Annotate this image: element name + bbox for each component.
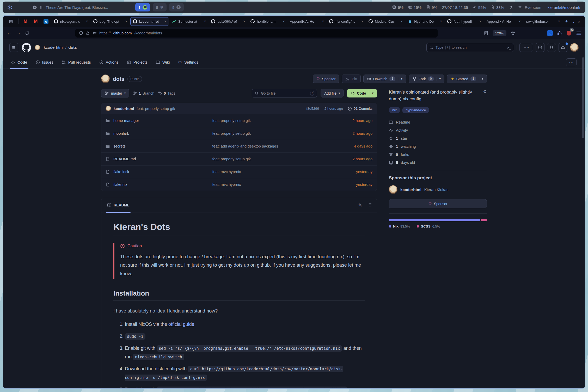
new-tab-button[interactable]: +	[565, 19, 568, 24]
file-commit-message[interactable]: feat: properly setup gtk	[212, 119, 339, 123]
file-commit-message[interactable]: feat: add agenix and desktop packages	[212, 144, 339, 148]
stars-link[interactable]: 1 star	[389, 136, 487, 140]
repo-nav-overflow-button[interactable]: ⋯	[566, 58, 577, 66]
close-icon[interactable]: ×	[519, 19, 521, 23]
outline-list-icon[interactable]	[367, 203, 372, 208]
tab-wiki[interactable]: Wiki	[153, 56, 173, 69]
breadcrumb-owner-link[interactable]: kcoderhtml	[44, 45, 64, 50]
code-dropdown-button[interactable]: Code ▾	[347, 89, 377, 97]
tab-library-button[interactable]	[6, 17, 16, 26]
commit-author[interactable]: kcoderhtml	[114, 107, 134, 111]
close-icon[interactable]: ×	[401, 19, 403, 23]
language-scss[interactable]: SCSS 6.5%	[417, 224, 440, 228]
file-name-link[interactable]: flake.lock	[113, 170, 129, 174]
close-icon[interactable]: ×	[440, 19, 442, 23]
close-icon[interactable]: ×	[204, 19, 206, 23]
workspace-1[interactable]: 1	[135, 3, 150, 11]
notifications-inbox-button[interactable]	[559, 43, 567, 52]
branches-link[interactable]: 1 Branch	[133, 91, 154, 95]
reload-button[interactable]	[25, 31, 29, 35]
zoom-level-button[interactable]: 120%	[493, 30, 506, 36]
tab-feat-hyperli[interactable]: feat: hyperli ×	[445, 17, 484, 26]
unwatch-button[interactable]: Unwatch 1 ▾	[363, 75, 406, 83]
url-bar[interactable]: https://github.com/kcoderhtml/dots	[75, 29, 438, 38]
file-row[interactable]: home-manager feat: properly setup gtk 2 …	[101, 114, 377, 127]
forward-button[interactable]: →	[16, 30, 21, 36]
activity-link[interactable]: Activity	[389, 128, 487, 132]
dnd-toggle[interactable]	[509, 5, 513, 9]
readme-link[interactable]: Readme	[389, 120, 487, 124]
pull-requests-nav-button[interactable]	[547, 43, 556, 52]
file-commit-message[interactable]: feat: properly setup gtk	[212, 157, 339, 161]
menu-hamburger-icon[interactable]	[576, 30, 581, 36]
file-name-link[interactable]: README.md	[113, 157, 136, 161]
branch-selector-button[interactable]: master ▾	[101, 89, 129, 97]
close-icon[interactable]: ×	[479, 19, 481, 23]
create-new-button[interactable]: + ▾	[519, 43, 533, 52]
tab-bug-the-opt[interactable]: bug: The opt ×	[91, 17, 130, 26]
official-guide-link[interactable]: official guide	[168, 322, 194, 327]
close-icon[interactable]: ×	[361, 19, 363, 23]
bookmark-star-icon[interactable]	[511, 31, 515, 35]
tab-kcoderhtml-dots-active[interactable]: kcoderhtml/d ×	[130, 17, 169, 26]
tab-horriblenam[interactable]: horriblenam ×	[248, 17, 287, 26]
reader-mode-icon[interactable]	[484, 31, 488, 35]
pencil-icon[interactable]: ✎	[358, 203, 362, 208]
user-avatar[interactable]	[570, 43, 579, 52]
language-nix[interactable]: Nix 93.5%	[389, 224, 410, 228]
global-search-input[interactable]: Type / to search >_	[426, 43, 514, 52]
file-commit-message[interactable]: feat: mvc hyprnix	[212, 182, 339, 187]
tab-pull-requests[interactable]: Pull requests	[59, 56, 94, 69]
issues-nav-button[interactable]	[536, 43, 544, 52]
tags-link[interactable]: 0 Tags	[158, 91, 175, 95]
file-commit-message[interactable]: feat: properly setup gtk	[212, 131, 339, 136]
readme-tab[interactable]: README	[106, 198, 131, 212]
commit-author-avatar[interactable]	[106, 106, 111, 111]
tab-raw-githubusercontent[interactable]: raw.githubuser ×	[524, 17, 562, 26]
clock-widget[interactable]: 27/07 18:42:35	[442, 5, 468, 10]
media-player-widget[interactable]: These Are The Days (feat. Blessin...	[33, 5, 108, 10]
pinned-tab-outlook[interactable]: o	[41, 17, 51, 26]
tab-module-cus[interactable]: Module: Cus ×	[366, 17, 405, 26]
forks-link[interactable]: 0 forks	[389, 152, 487, 157]
add-file-button[interactable]: Add file ▾	[321, 89, 344, 97]
tab-issues[interactable]: Issues	[33, 56, 57, 69]
close-icon[interactable]: ×	[125, 19, 127, 23]
fork-button[interactable]: Fork 0 ▾	[409, 75, 444, 83]
wifi-ssid[interactable]: Everseen	[525, 5, 541, 10]
repo-title[interactable]: dots	[113, 76, 124, 82]
file-row[interactable]: flake.lock feat: mvc hyprnix yesterday	[101, 165, 377, 178]
volume-stat[interactable]: 55%	[473, 5, 486, 10]
tab-nixos-gdm[interactable]: nixos/gdm: c ×	[52, 17, 90, 26]
ublock-extension-icon[interactable]: 5	[566, 30, 572, 36]
tab-appendix-a-2[interactable]: Appendix A. Ho ×	[484, 17, 523, 26]
file-commit-message[interactable]: feat: mvc hyprnix	[212, 170, 339, 174]
back-button[interactable]: ←	[7, 30, 12, 36]
file-row[interactable]: moonlark feat: properly setup gtk 2 hour…	[101, 127, 377, 140]
tab-hyprland[interactable]: Hyprland De ×	[406, 17, 444, 26]
tab-projects[interactable]: Projects	[124, 56, 151, 69]
tab-semester[interactable]: Semester at ×	[170, 17, 209, 26]
caret-down-icon[interactable]: ▾	[401, 77, 402, 81]
close-icon[interactable]: ×	[164, 19, 166, 23]
caret-down-icon[interactable]: ▾	[482, 77, 483, 81]
tab-actions[interactable]: Actions	[96, 56, 122, 69]
sponsor-button[interactable]: ♡ Sponsor	[313, 75, 339, 83]
file-name-link[interactable]: secrets	[113, 144, 126, 148]
file-row[interactable]: flake.nix feat: mvc hyprnix yesterday	[101, 178, 377, 191]
github-logo-icon[interactable]	[22, 43, 31, 52]
global-nav-menu-button[interactable]	[9, 43, 18, 52]
tab-code[interactable]: Code	[8, 56, 30, 69]
topic-hyprland-rice[interactable]: hyprland-rice	[402, 107, 429, 113]
bitwarden-extension-icon[interactable]	[547, 30, 553, 36]
workspace-8[interactable]: 8 ✽	[153, 3, 167, 11]
close-icon[interactable]: ×	[322, 19, 324, 23]
go-to-file-input[interactable]: Go to file t	[252, 89, 317, 97]
commit-message[interactable]: feat: properly setup gtk	[137, 107, 175, 111]
page-scrollbar[interactable]	[582, 57, 584, 138]
file-name-link[interactable]: flake.nix	[113, 182, 127, 187]
watchers-link[interactable]: 1 watching	[389, 144, 487, 149]
file-row[interactable]: README.md feat: properly setup gtk 2 hou…	[101, 152, 377, 165]
tab-appendix-a-1[interactable]: Appendix A. Ho ×	[287, 17, 326, 26]
tab-adi1090x[interactable]: adi1090x/rof ×	[209, 17, 248, 26]
